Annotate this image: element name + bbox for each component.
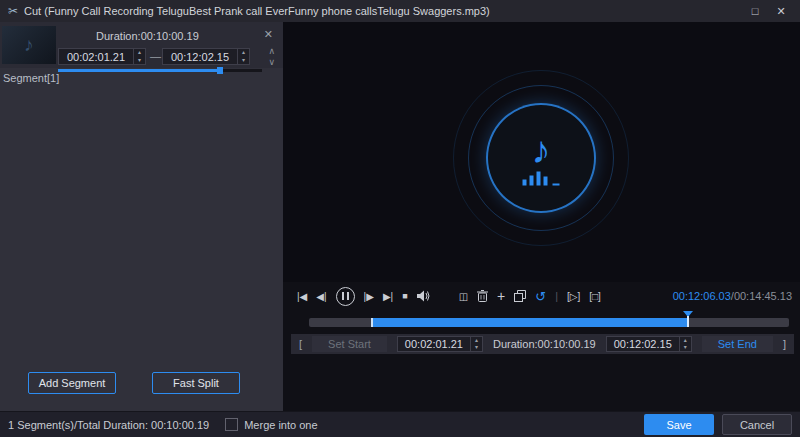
move-segment-up-icon[interactable]: ∧ bbox=[268, 47, 275, 56]
titlebar: ✂ Cut (Funny Call Recording TeluguBest P… bbox=[0, 0, 800, 22]
scissors-icon: ✂ bbox=[8, 4, 18, 18]
time-display: 00:12:06.03/00:14:45.13 bbox=[673, 290, 792, 302]
cut-dialog: ✂ Cut (Funny Call Recording TeluguBest P… bbox=[0, 0, 800, 437]
segment-duration-label: Duration:00:10:00.19 bbox=[96, 30, 199, 42]
timeline-selected-range[interactable] bbox=[371, 318, 689, 327]
viz-content: ♪ bbox=[523, 131, 560, 186]
step-forward-icon[interactable]: |▶ bbox=[364, 291, 374, 302]
trim-bracket-close: ] bbox=[783, 338, 786, 350]
audio-thumbnail[interactable]: ♪ bbox=[2, 26, 56, 64]
window-title: Cut (Funny Call Recording TeluguBest Pra… bbox=[24, 5, 742, 17]
pause-button[interactable] bbox=[336, 287, 355, 306]
add-icon[interactable]: + bbox=[497, 288, 505, 304]
merge-label: Merge into one bbox=[244, 419, 317, 431]
set-end-button[interactable]: Set End bbox=[702, 336, 773, 352]
loop-segment-icon[interactable]: [□] bbox=[589, 291, 601, 302]
total-time: /00:14:45.13 bbox=[731, 290, 792, 302]
segment-range-fill bbox=[58, 69, 220, 72]
spin-up-icon[interactable]: ▴ bbox=[238, 49, 249, 57]
trim-end-spinner[interactable]: ▴ ▾ bbox=[679, 337, 691, 351]
trim-duration-label: Duration:00:10:00.19 bbox=[493, 338, 596, 350]
save-button[interactable]: Save bbox=[644, 414, 714, 435]
add-segment-button[interactable]: Add Segment bbox=[28, 372, 116, 394]
segment-end-spinner[interactable]: ▴ ▾ bbox=[237, 49, 249, 64]
spin-down-icon[interactable]: ▾ bbox=[134, 57, 145, 65]
controls-divider: | bbox=[555, 290, 558, 302]
trim-bracket-open: [ bbox=[299, 338, 302, 350]
playhead-line bbox=[687, 316, 689, 327]
previous-icon[interactable]: |◀ bbox=[297, 291, 307, 302]
trim-start-spinner[interactable]: ▴ ▾ bbox=[470, 337, 482, 351]
spin-up-icon[interactable]: ▴ bbox=[471, 337, 482, 344]
equalizer-icon bbox=[523, 172, 560, 186]
volume-icon[interactable] bbox=[417, 290, 431, 302]
spin-down-icon[interactable]: ▾ bbox=[238, 57, 249, 65]
next-icon[interactable]: ▶| bbox=[383, 291, 393, 302]
cancel-button[interactable]: Cancel bbox=[722, 414, 792, 435]
spin-down-icon[interactable]: ▾ bbox=[471, 344, 482, 351]
music-note-thumb-icon: ♪ bbox=[24, 34, 34, 56]
segment-label: Segment[1] bbox=[3, 72, 59, 84]
segment-end-time-input[interactable] bbox=[163, 51, 237, 63]
playback-controls: |◀ ◀| |▶ ▶| ■ ◫ + ↺ | [▷] [□] 00:12:06.0… bbox=[297, 284, 792, 308]
segment-start-spinner[interactable]: ▴ ▾ bbox=[133, 49, 145, 64]
set-start-button[interactable]: Set Start bbox=[312, 336, 387, 352]
spin-up-icon[interactable]: ▴ bbox=[134, 49, 145, 57]
trim-bar: [ Set Start ▴ ▾ Duration:00:10:00.19 ▴ ▾… bbox=[291, 334, 794, 354]
playhead-marker[interactable] bbox=[683, 311, 693, 327]
segment-range-slider[interactable] bbox=[58, 69, 262, 72]
trim-start-time-field[interactable]: ▴ ▾ bbox=[397, 336, 483, 352]
segment-start-time-input[interactable] bbox=[59, 51, 133, 63]
remove-segment-icon[interactable]: ✕ bbox=[264, 28, 273, 41]
timeline-track[interactable] bbox=[309, 318, 789, 327]
split-icon[interactable]: ◫ bbox=[459, 291, 468, 302]
audio-preview: ♪ bbox=[283, 22, 800, 282]
segment-start-time-field[interactable]: ▴ ▾ bbox=[58, 48, 146, 65]
maximize-button[interactable]: □ bbox=[742, 5, 768, 17]
merge-into-one-option[interactable]: Merge into one bbox=[225, 418, 317, 431]
spin-down-icon[interactable]: ▾ bbox=[680, 344, 691, 351]
play-segment-icon[interactable]: [▷] bbox=[567, 291, 580, 302]
move-segment-down-icon[interactable]: ∨ bbox=[268, 58, 275, 67]
trim-end-time-field[interactable]: ▴ ▾ bbox=[606, 336, 692, 352]
stop-icon[interactable]: ■ bbox=[402, 291, 407, 301]
range-separator: — bbox=[150, 50, 161, 62]
copy-icon[interactable] bbox=[514, 290, 526, 302]
music-note-icon: ♪ bbox=[532, 131, 551, 169]
segment-range-handle[interactable] bbox=[217, 67, 223, 74]
preview-panel: ♪ |◀ ◀| |▶ ▶| ■ ◫ + bbox=[283, 22, 800, 411]
segment-panel: ♪ Duration:00:10:00.19 ✕ ∧ ∨ ▴ ▾ — ▴ ▾ S… bbox=[0, 22, 283, 411]
step-back-icon[interactable]: ◀| bbox=[316, 291, 326, 302]
trim-end-time-input[interactable] bbox=[607, 338, 679, 350]
fast-split-button[interactable]: Fast Split bbox=[152, 372, 240, 394]
segments-summary: 1 Segment(s)/Total Duration: 00:10:00.19 bbox=[8, 419, 209, 431]
close-button[interactable]: ✕ bbox=[768, 5, 794, 18]
trim-start-time-input[interactable] bbox=[398, 338, 470, 350]
merge-checkbox[interactable] bbox=[225, 418, 238, 431]
reset-icon[interactable]: ↺ bbox=[535, 289, 546, 304]
current-time: 00:12:06.03 bbox=[673, 290, 731, 302]
footer-bar: 1 Segment(s)/Total Duration: 00:10:00.19… bbox=[0, 411, 800, 437]
delete-icon[interactable] bbox=[477, 290, 488, 302]
segment-end-time-field[interactable]: ▴ ▾ bbox=[162, 48, 250, 65]
spin-up-icon[interactable]: ▴ bbox=[680, 337, 691, 344]
